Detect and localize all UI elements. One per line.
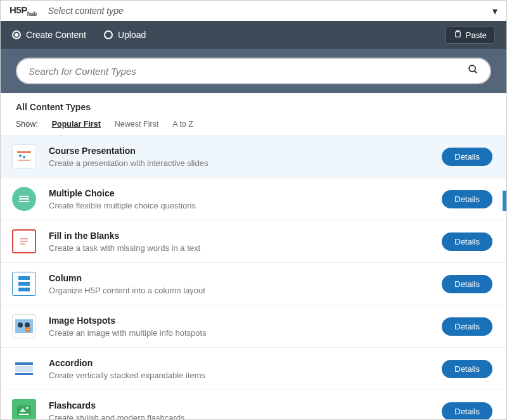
list-item[interactable]: + Image Hotspots Create an image with mu…: [1, 305, 506, 348]
details-button[interactable]: Details: [442, 190, 492, 208]
search-bar: [1, 49, 506, 93]
list-item[interactable]: Fill in the Blanks Create a task with mi…: [1, 220, 506, 263]
row-desc: Organize H5P content into a column layou…: [49, 286, 442, 295]
row-desc: Create a task with missing words in a te…: [49, 243, 442, 253]
chevron-down-icon[interactable]: ▾: [492, 5, 497, 17]
side-handle-icon[interactable]: [503, 191, 506, 211]
row-title: Course Presentation: [49, 146, 442, 156]
row-text: Fill in the Blanks Create a task with mi…: [49, 231, 442, 253]
row-desc: Create a presentation with interactive s…: [49, 158, 442, 168]
row-desc: Create stylish and modern flashcards: [49, 413, 442, 421]
radio-dot-icon: [104, 30, 113, 39]
row-text: Image Hotspots Create an image with mult…: [49, 315, 442, 338]
svg-line-3: [475, 71, 477, 73]
details-button[interactable]: Details: [442, 275, 492, 293]
svg-text:+: +: [27, 327, 30, 333]
details-button[interactable]: Details: [442, 317, 492, 336]
row-title: Fill in the Blanks: [49, 231, 442, 241]
svg-point-6: [23, 156, 25, 158]
row-title: Image Hotspots: [49, 315, 442, 326]
row-title: Flashcards: [49, 400, 442, 410]
row-desc: Create vertically stacked expandable ite…: [49, 371, 442, 380]
logo-text: H5P: [10, 4, 27, 15]
row-text: Flashcards Create stylish and modern fla…: [49, 400, 442, 421]
radio-label: Create Content: [26, 30, 86, 40]
course-presentation-icon: [12, 144, 36, 169]
row-text: Course Presentation Create a presentatio…: [49, 146, 442, 168]
svg-point-27: [26, 407, 29, 409]
list-item[interactable]: Course Presentation Create a presentatio…: [1, 136, 506, 178]
row-title: Column: [49, 273, 442, 283]
radio-upload[interactable]: Upload: [104, 30, 146, 40]
filter-bar: All Content Types Show: Popular First Ne…: [1, 93, 506, 136]
search-field[interactable]: [16, 58, 491, 84]
accordion-icon: [12, 357, 36, 381]
svg-rect-17: [15, 319, 33, 333]
details-button[interactable]: Details: [442, 148, 492, 166]
svg-rect-14: [18, 276, 30, 280]
clipboard-icon: [454, 30, 462, 40]
row-text: Accordion Create vertically stacked expa…: [49, 358, 442, 380]
svg-rect-4: [17, 151, 31, 153]
content-type-list[interactable]: Course Presentation Create a presentatio…: [1, 136, 506, 420]
row-desc: Create an image with multiple info hotsp…: [49, 328, 442, 338]
row-title: Multiple Choice: [49, 188, 442, 198]
svg-rect-24: [15, 373, 33, 375]
image-hotspots-icon: +: [12, 314, 36, 338]
radio-label: Upload: [118, 30, 146, 40]
details-button[interactable]: Details: [442, 402, 492, 421]
paste-label: Paste: [466, 30, 487, 40]
list-item[interactable]: Flashcards Create stylish and modern fla…: [1, 390, 506, 420]
svg-point-2: [469, 65, 475, 72]
list-item[interactable]: Accordion Create vertically stacked expa…: [1, 348, 506, 390]
multiple-choice-icon: [12, 187, 36, 211]
column-icon: [12, 272, 36, 296]
row-text: Column Organize H5P content into a colum…: [49, 273, 442, 295]
svg-rect-23: [15, 366, 33, 372]
logo-sub: hub: [27, 11, 37, 17]
search-input[interactable]: [29, 66, 468, 77]
filter-row: Show: Popular First Newest First A to Z: [16, 120, 491, 129]
list-item[interactable]: Column Organize H5P content into a colum…: [1, 263, 506, 305]
filter-newest-first[interactable]: Newest First: [115, 120, 158, 129]
fill-blanks-icon: [12, 229, 36, 253]
row-text: Multiple Choice Create flexible multiple…: [49, 188, 442, 210]
list-item[interactable]: Multiple Choice Create flexible multiple…: [1, 178, 506, 220]
flashcards-icon: [12, 399, 36, 420]
svg-point-18: [18, 322, 23, 328]
svg-rect-16: [18, 288, 30, 291]
radio-create-content[interactable]: Create Content: [12, 30, 86, 40]
hub-logo: H5Phub: [10, 4, 37, 17]
svg-rect-28: [19, 414, 29, 415]
hub-title: Select content type: [48, 6, 124, 16]
svg-point-5: [19, 155, 22, 157]
svg-rect-1: [455, 32, 460, 37]
row-title: Accordion: [49, 358, 442, 368]
svg-rect-22: [15, 362, 33, 365]
svg-rect-15: [18, 282, 30, 286]
filter-a-to-z[interactable]: A to Z: [172, 120, 193, 129]
mode-radio-group: Create Content Upload: [12, 30, 146, 40]
details-button[interactable]: Details: [442, 232, 492, 251]
paste-button[interactable]: Paste: [446, 26, 495, 44]
filter-show-label: Show:: [16, 120, 38, 129]
mode-toolbar: Create Content Upload Paste: [1, 21, 506, 49]
search-icon[interactable]: [468, 64, 478, 78]
filter-popular-first[interactable]: Popular First: [52, 120, 101, 129]
row-desc: Create flexible multiple choice question…: [49, 201, 442, 210]
hub-header: H5Phub Select content type ▾: [1, 1, 506, 21]
radio-dot-icon: [12, 30, 21, 39]
filter-heading: All Content Types: [16, 102, 491, 112]
details-button[interactable]: Details: [442, 360, 492, 378]
